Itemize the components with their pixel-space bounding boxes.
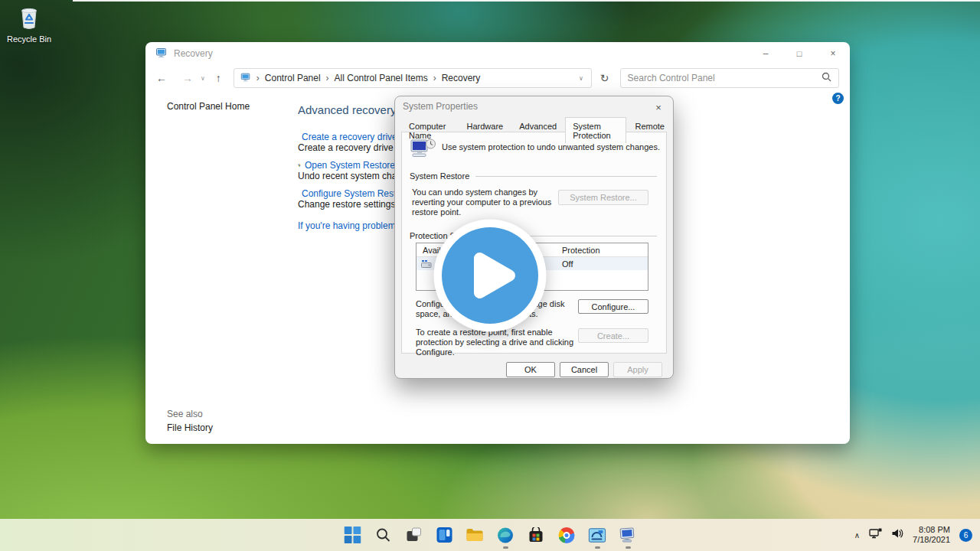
system-restore-button[interactable]: System Restore... <box>558 190 648 205</box>
search-input[interactable] <box>628 73 822 83</box>
start-button[interactable] <box>343 526 362 545</box>
edge-button[interactable] <box>496 526 515 545</box>
desktop: Recycle Bin Recovery – □ × ← → ∨ ↑ › Con… <box>0 0 980 551</box>
taskbar: ∧ 8:08 PM 7/18/2021 6 <box>0 519 980 551</box>
maximize-button[interactable]: □ <box>782 42 816 65</box>
search-button[interactable] <box>374 526 393 545</box>
drive-icon <box>421 259 432 269</box>
network-icon[interactable] <box>869 528 882 542</box>
notification-badge[interactable]: 6 <box>959 529 972 542</box>
chrome-button[interactable] <box>557 526 577 545</box>
microsoft-store-button[interactable] <box>527 526 546 545</box>
breadcrumb-chevron-icon: › <box>251 73 265 83</box>
tray-date: 7/18/2021 <box>913 535 950 545</box>
system-restore-group: System Restore <box>410 171 657 181</box>
clock[interactable]: 8:08 PM 7/18/2021 <box>913 525 950 545</box>
breadcrumb-chevron-icon: › <box>321 73 335 83</box>
task-view-button[interactable] <box>404 526 423 545</box>
open-app-indicator <box>503 546 508 549</box>
dialog-close-button[interactable]: × <box>651 100 666 114</box>
video-top-line <box>73 0 980 2</box>
ok-button[interactable]: OK <box>506 362 555 377</box>
search-box[interactable] <box>620 68 839 88</box>
tab-system-protection[interactable]: System Protection <box>565 117 626 143</box>
tab-strip: Computer Name Hardware Advanced System P… <box>401 119 673 145</box>
configure-button[interactable]: Configure... <box>578 299 648 314</box>
breadcrumb-recovery[interactable]: Recovery <box>442 73 481 83</box>
open-app-indicator <box>626 546 631 549</box>
uac-shield-icon <box>298 160 301 171</box>
tab-hardware[interactable]: Hardware <box>459 119 511 145</box>
forward-button[interactable]: → <box>182 72 193 84</box>
widgets-button[interactable] <box>435 526 454 545</box>
apply-button[interactable]: Apply <box>613 362 662 377</box>
close-button[interactable]: × <box>816 42 850 65</box>
recycle-bin-icon <box>17 20 41 33</box>
refresh-button[interactable]: ↻ <box>600 72 609 84</box>
breadcrumb-control-panel[interactable]: Control Panel <box>265 73 321 83</box>
link-open-system-restore[interactable]: Open System Restore <box>298 160 395 171</box>
recycle-bin-shortcut[interactable]: Recycle Bin <box>5 5 54 44</box>
address-bar[interactable]: › Control Panel › All Control Panel Item… <box>234 68 592 88</box>
link-create-recovery-drive[interactable]: Create a recovery drive <box>298 132 395 142</box>
open-app-indicator <box>595 546 600 549</box>
group-divider <box>475 176 657 177</box>
recovery-window-icon <box>155 47 168 61</box>
help-button[interactable]: ? <box>832 93 844 104</box>
create-button[interactable]: Create... <box>578 328 648 343</box>
volume-icon[interactable] <box>891 528 903 542</box>
tab-computer-name[interactable]: Computer Name <box>401 119 459 145</box>
dialog-title: System Properties <box>395 96 673 116</box>
cancel-button[interactable]: Cancel <box>560 362 609 377</box>
up-button[interactable]: ↑ <box>216 72 221 84</box>
column-protection: Protection <box>562 246 648 255</box>
video-play-button[interactable] <box>433 218 547 333</box>
link-desc: Create a recovery drive to troubleshoot … <box>298 142 395 153</box>
tab-remote[interactable]: Remote <box>627 119 672 145</box>
back-button[interactable]: ← <box>156 72 167 84</box>
breadcrumb-chevron-icon: › <box>428 73 442 83</box>
address-dropdown-chevron-icon[interactable]: ∨ <box>579 75 585 82</box>
minimize-button[interactable]: – <box>749 42 782 65</box>
recovery-titlebar[interactable]: Recovery – □ × <box>145 42 850 65</box>
hidden-icons-chevron[interactable]: ∧ <box>854 531 860 540</box>
link-desc: Change restore settings, manage disk spa… <box>298 199 395 210</box>
breadcrumb-all-control-panel-items[interactable]: All Control Panel Items <box>335 73 428 83</box>
page-title: Advanced recovery tools <box>298 103 395 116</box>
address-location-icon <box>240 72 251 85</box>
tray-time: 8:08 PM <box>913 525 950 535</box>
link-having-problems[interactable]: If you're having problems with your PC <box>298 220 395 231</box>
control-panel-button[interactable] <box>588 526 607 545</box>
link-configure-system-restore[interactable]: Configure System Restore <box>298 188 395 199</box>
recovery-window-title: Recovery <box>174 48 213 59</box>
tab-advanced[interactable]: Advanced <box>511 119 564 145</box>
link-desc: Undo recent system changes <box>298 171 395 181</box>
recycle-bin-label: Recycle Bin <box>5 34 54 44</box>
system-properties-button[interactable] <box>619 526 638 545</box>
protection-status: Off <box>562 259 648 269</box>
group-label: System Restore <box>410 171 469 181</box>
search-icon <box>822 72 831 84</box>
see-also-heading: See also <box>167 409 203 419</box>
sidebar-item-control-panel-home[interactable]: Control Panel Home <box>167 101 250 112</box>
recent-locations-chevron-icon[interactable]: ∨ <box>201 75 205 82</box>
file-explorer-button[interactable] <box>466 526 485 545</box>
link-file-history[interactable]: File History <box>167 422 213 433</box>
explorer-toolbar: ← → ∨ ↑ › Control Panel › All Control Pa… <box>145 65 850 91</box>
system-restore-text: You can undo system changes by reverting… <box>412 187 562 217</box>
